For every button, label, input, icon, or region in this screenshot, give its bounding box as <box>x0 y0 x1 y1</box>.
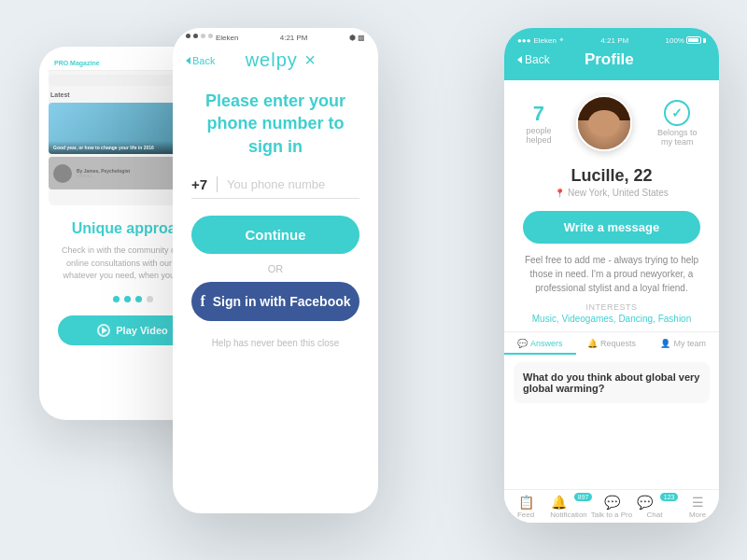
signal-dot-3 <box>201 34 205 38</box>
phone-2: Eleken 4:21 PM ⬢ ▩ Back welpy Please ent… <box>173 28 378 513</box>
phone2-footer: Help has never been this close <box>173 338 378 348</box>
phone3-time: 4:21 PM <box>600 36 628 45</box>
tab-requests-label: Requests <box>600 339 636 348</box>
phone3-back-button[interactable]: Back <box>517 53 550 66</box>
question-card: What do you think about global very glob… <box>514 362 710 403</box>
phone1-card2-sub: VIEW ALL <box>77 174 130 178</box>
profile-bio: Feel free to add me - always trying to h… <box>504 253 719 295</box>
tab-my-team[interactable]: 👤 My team <box>647 332 719 355</box>
phone3-battery: 100% <box>666 36 706 45</box>
nav-chat[interactable]: 💬 123 Chat <box>633 496 676 519</box>
write-message-button[interactable]: Write a message <box>523 211 700 244</box>
dot-2 <box>124 296 131 302</box>
nav-talk-to-pro[interactable]: 💬 Talk to a Pro <box>590 496 633 519</box>
phone2-bluetooth: ⬢ ▩ <box>349 34 365 42</box>
signal-dots: Eleken <box>186 34 238 42</box>
play-triangle-icon <box>102 327 107 334</box>
phone1-pro-label: PRO Magazine <box>54 60 100 66</box>
nav-notif-label: Notification <box>550 511 587 519</box>
back-chevron-icon <box>186 57 190 64</box>
phone3-wifi: ⌖ <box>559 35 564 45</box>
helped-count: 7 <box>526 102 551 126</box>
signal-dot-1 <box>186 34 190 38</box>
dot-4 <box>147 296 153 302</box>
phone3-dots: ●●● <box>517 36 531 45</box>
phone2-title: Please enter your phone number to sign i… <box>173 78 378 163</box>
profile-location: 📍 New York, United States <box>517 188 706 198</box>
phone3-back-label: Back <box>525 53 550 66</box>
nav-feed-label: Feed <box>517 511 534 519</box>
country-code: +7 <box>191 176 218 192</box>
phone-number-placeholder: You phone numbe <box>227 177 325 191</box>
location-text: New York, United States <box>568 188 669 198</box>
phone2-back-label: Back <box>192 55 215 66</box>
play-button-label: Play Video <box>116 325 167 336</box>
profile-name-section: Lucille, 22 📍 New York, United States <box>504 161 719 207</box>
talk-pro-icon: 💬 <box>604 496 620 509</box>
requests-icon: 🔔 <box>587 339 598 348</box>
phone3-header: ●●● Eleken ⌖ 4:21 PM 100% Back Profile <box>504 28 719 80</box>
nav-pro-label: Talk to a Pro <box>591 511 632 519</box>
question-text: What do you think about global very glob… <box>523 371 700 394</box>
myteam-icon: 👤 <box>660 339 670 348</box>
play-icon <box>97 324 110 337</box>
close-button[interactable]: × <box>299 49 321 71</box>
profile-avatar <box>576 95 632 151</box>
phone3-carrier: Eleken <box>534 36 557 45</box>
tab-answers[interactable]: 💬 Answers <box>504 332 576 355</box>
nav-more[interactable]: ☰ More <box>676 496 719 519</box>
facebook-label: Sign in with Facebook <box>213 294 351 309</box>
interests-tags: Music, Videogames, Dancing, Fashion <box>504 314 719 324</box>
belongs-stat: ✓ Belongs tomy team <box>657 100 698 147</box>
phone2-input-row: +7 You phone numbe <box>191 176 359 199</box>
phone3-status-bar: ●●● Eleken ⌖ 4:21 PM 100% <box>517 35 706 45</box>
notification-icon: 🔔 <box>551 495 567 510</box>
avatar-face <box>588 110 620 136</box>
continue-button[interactable]: Continue <box>191 216 359 254</box>
phone2-back-button[interactable]: Back <box>186 55 215 66</box>
phone3-title: Profile <box>585 50 634 69</box>
tab-myteam-label: My team <box>673 339 706 348</box>
helped-stat: 7 peoplehelped <box>526 102 551 145</box>
phone2-time: 4:21 PM <box>280 34 308 42</box>
battery-icon <box>686 36 701 44</box>
dot-3 <box>135 296 142 302</box>
checkmark-icon: ✓ <box>671 105 683 120</box>
phone3-battery-pct: 100% <box>666 36 684 45</box>
nav-feed[interactable]: 📋 Feed <box>504 496 547 519</box>
phone1-avatar <box>53 164 72 183</box>
belongs-label: Belongs tomy team <box>657 128 698 147</box>
more-icon: ☰ <box>692 496 704 509</box>
nav-more-label: More <box>689 511 706 519</box>
feed-icon: 📋 <box>518 496 534 509</box>
helped-label: peoplehelped <box>526 126 551 145</box>
profile-tabs: 💬 Answers 🔔 Requests 👤 My team <box>504 331 719 355</box>
phone3-nav: Back Profile <box>517 50 706 69</box>
chat-badge: 123 <box>660 493 679 501</box>
dot-1 <box>113 296 120 302</box>
bottom-navigation: 📋 Feed 🔔 897 Notification 💬 Talk to a Pr… <box>504 489 719 523</box>
signal-dot-4 <box>208 34 213 38</box>
phone2-status-bar: Eleken 4:21 PM ⬢ ▩ <box>173 28 378 46</box>
phone-3: ●●● Eleken ⌖ 4:21 PM 100% Back Profile <box>504 28 719 523</box>
phone2-nav: Back welpy <box>173 46 378 78</box>
tab-requests[interactable]: 🔔 Requests <box>576 332 648 355</box>
signal-dot-2 <box>193 34 198 38</box>
or-divider: OR <box>173 263 378 274</box>
avatar-person <box>578 97 630 149</box>
chat-wrap: 💬 123 <box>637 496 673 509</box>
phone3-back-icon <box>517 56 522 63</box>
nav-notification[interactable]: 🔔 897 Notification <box>547 496 590 519</box>
phone3-signal: ●●● Eleken ⌖ <box>517 35 564 45</box>
check-circle-icon: ✓ <box>664 100 690 126</box>
notification-wrap: 🔔 897 <box>551 496 587 509</box>
facebook-signin-button[interactable]: f Sign in with Facebook <box>191 282 359 321</box>
battery-tip-icon <box>703 38 706 43</box>
interests-label: Interests <box>504 302 719 312</box>
answers-icon: 💬 <box>517 339 528 348</box>
location-pin-icon: 📍 <box>555 189 565 198</box>
chat-icon: 💬 <box>637 495 653 510</box>
profile-stats-section: 7 peoplehelped ✓ Belongs tomy team <box>504 80 719 161</box>
nav-chat-label: Chat <box>647 511 663 519</box>
battery-fill <box>688 38 698 42</box>
